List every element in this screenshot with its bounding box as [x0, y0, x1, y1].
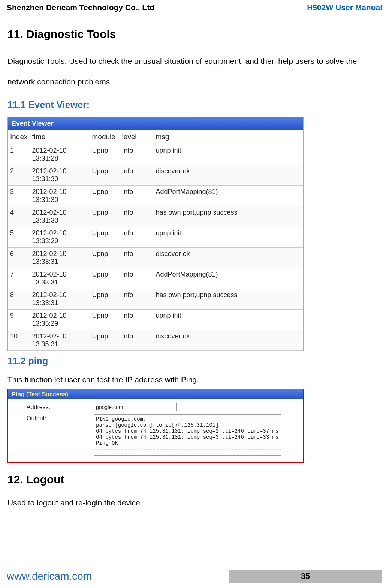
table-cell: 2012-02-10 13:33:31: [30, 289, 90, 310]
table-cell: 2: [8, 165, 30, 186]
table-cell: Info: [120, 186, 153, 206]
table-cell: Upnp: [90, 268, 120, 289]
table-cell: 2012-02-10 13:33:29: [30, 227, 90, 248]
table-row: 92012-02-10 13:35:29UpnpInfoupnp init: [8, 310, 303, 330]
table-cell: 2012-02-10 13:31:30: [30, 186, 90, 206]
table-cell: Info: [120, 330, 153, 351]
table-cell: 2012-02-10 13:31:30: [30, 165, 90, 186]
table-cell: Info: [120, 206, 153, 227]
table-row: 42012-02-10 13:31:30UpnpInfohas own port…: [8, 206, 303, 227]
table-cell: 8: [8, 289, 30, 310]
table-cell: 7: [8, 268, 30, 289]
subsection-11-2-title: 11.2 ping: [7, 356, 382, 367]
table-row: 72012-02-10 13:33:31UpnpInfoAddPortMappi…: [8, 268, 303, 289]
table-cell: 5: [8, 227, 30, 248]
table-cell: Upnp: [90, 289, 120, 310]
table-cell: AddPortMapping(81): [153, 268, 303, 289]
table-cell: Info: [120, 268, 153, 289]
ping-panel-title: Ping (Test Success): [8, 389, 303, 399]
ping-address-input[interactable]: [94, 403, 177, 411]
table-cell: 2012-02-10 13:35:31: [30, 330, 90, 351]
table-cell: Upnp: [90, 248, 120, 268]
table-cell: Upnp: [90, 227, 120, 248]
table-cell: 6: [8, 248, 30, 268]
table-cell: Info: [120, 248, 153, 268]
header-divider: [7, 14, 382, 14]
table-cell: Upnp: [90, 310, 120, 330]
table-cell: has own port,upnp success: [153, 289, 303, 310]
table-row: 52012-02-10 13:33:29UpnpInfoupnp init: [8, 227, 303, 248]
table-cell: 2012-02-10 13:31:30: [30, 206, 90, 227]
ping-status-text: (Test Success): [26, 391, 68, 397]
subsection-11-1-title: 11.1 Event Viewer:: [7, 99, 382, 110]
table-header-row: Index time module level msg: [8, 130, 303, 144]
ping-output-label: Output:: [27, 414, 90, 457]
ping-intro: This function let user can test the IP a…: [7, 373, 382, 386]
section-11-title: 11. Diagnostic Tools: [7, 28, 382, 41]
table-cell: discover ok: [153, 330, 303, 351]
table-cell: Info: [120, 289, 153, 310]
table-cell: upnp init: [153, 310, 303, 330]
table-cell: discover ok: [153, 165, 303, 186]
table-cell: upnp init: [153, 144, 303, 165]
table-cell: has own port,upnp success: [153, 206, 303, 227]
table-cell: Info: [120, 144, 153, 165]
doc-title: H502W User Manual: [307, 3, 382, 12]
footer-url: www.dericam.com: [7, 570, 92, 582]
table-row: 82012-02-10 13:33:31UpnpInfohas own port…: [8, 289, 303, 310]
section-12-title: 12. Logout: [7, 473, 382, 486]
table-cell: Info: [120, 165, 153, 186]
table-cell: Upnp: [90, 165, 120, 186]
table-cell: 10: [8, 330, 30, 351]
section-12-intro: Used to logout and re-login the device.: [7, 496, 382, 509]
table-row: 102012-02-10 13:35:31UpnpInfodiscover ok: [8, 330, 303, 351]
col-time: time: [30, 130, 90, 144]
col-index: Index: [8, 130, 30, 144]
table-cell: 1: [8, 144, 30, 165]
ping-panel: Ping (Test Success) Address: Output:: [7, 389, 304, 463]
footer-divider: [7, 568, 382, 568]
section-11-intro: Diagnostic Tools: Used to check the unus…: [7, 51, 382, 92]
page-number: 35: [229, 570, 382, 583]
table-cell: Upnp: [90, 144, 120, 165]
table-cell: Info: [120, 227, 153, 248]
table-cell: 9: [8, 310, 30, 330]
ping-title-text: Ping: [12, 391, 26, 397]
table-cell: AddPortMapping(81): [153, 186, 303, 206]
table-row: 32012-02-10 13:31:30UpnpInfoAddPortMappi…: [8, 186, 303, 206]
table-cell: 2012-02-10 13:33:31: [30, 268, 90, 289]
company-name: Shenzhen Dericam Technology Co., Ltd: [7, 3, 154, 12]
event-viewer-panel-title: Event Viewer: [8, 117, 303, 130]
col-msg: msg: [153, 130, 303, 144]
table-cell: 2012-02-10 13:33:31: [30, 248, 90, 268]
page-footer: www.dericam.com 35: [7, 568, 382, 583]
table-cell: Upnp: [90, 206, 120, 227]
table-row: 12012-02-10 13:31:28UpnpInfoupnp init: [8, 144, 303, 165]
col-level: level: [120, 130, 153, 144]
table-cell: Upnp: [90, 186, 120, 206]
table-cell: Upnp: [90, 330, 120, 351]
event-viewer-table: Index time module level msg 12012-02-10 …: [8, 130, 303, 351]
table-cell: upnp init: [153, 227, 303, 248]
table-cell: discover ok: [153, 248, 303, 268]
table-row: 62012-02-10 13:33:31UpnpInfodiscover ok: [8, 248, 303, 268]
table-cell: Info: [120, 310, 153, 330]
table-row: 22012-02-10 13:31:30UpnpInfodiscover ok: [8, 165, 303, 186]
ping-output-textarea[interactable]: [94, 414, 281, 456]
table-cell: 3: [8, 186, 30, 206]
table-cell: 2012-02-10 13:31:28: [30, 144, 90, 165]
col-module: module: [90, 130, 120, 144]
event-viewer-panel: Event Viewer Index time module level msg…: [7, 117, 304, 351]
ping-address-label: Address:: [27, 403, 90, 411]
table-cell: 2012-02-10 13:35:29: [30, 310, 90, 330]
page-header: Shenzhen Dericam Technology Co., Ltd H50…: [7, 0, 382, 13]
table-cell: 4: [8, 206, 30, 227]
